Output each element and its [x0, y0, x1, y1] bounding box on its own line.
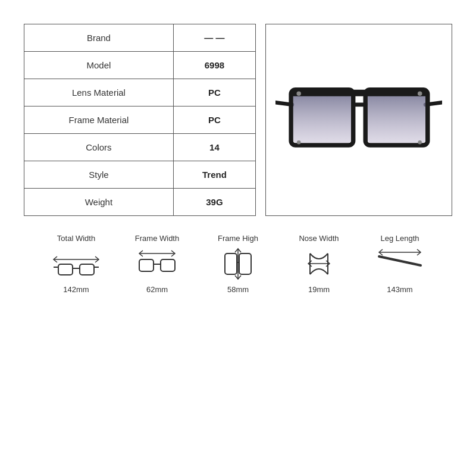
measure-total-width: Total Width 142mm	[46, 234, 106, 294]
spec-row: Frame Material PC	[24, 107, 255, 134]
measurements-section: Total Width 142mm Frame Width 62mm	[24, 228, 452, 300]
page: Brand — — Model 6998 Lens Material PC Fr…	[12, 12, 464, 464]
spec-value: — —	[173, 24, 255, 52]
spec-value: 14	[173, 134, 255, 161]
svg-rect-22	[161, 259, 175, 271]
svg-rect-21	[139, 259, 154, 271]
spec-row: Weight 39G	[24, 189, 255, 216]
measure-frame-high: Frame High 58mm	[208, 234, 268, 294]
measure-icon-frame-high	[214, 248, 262, 280]
svg-point-12	[297, 140, 301, 145]
measure-nose-width: Nose Width 19mm	[289, 234, 349, 294]
spec-label: Style	[24, 161, 173, 189]
spec-label: Frame Material	[24, 107, 173, 134]
svg-point-10	[296, 91, 300, 95]
spec-row: Style Trend	[24, 161, 255, 189]
spec-label: Weight	[24, 189, 173, 216]
spec-value: Trend	[173, 161, 255, 189]
measure-frame-width: Frame Width 62mm	[127, 234, 187, 294]
spec-value: 6998	[173, 52, 255, 79]
measure-value: 19mm	[308, 285, 330, 294]
spec-value: 39G	[173, 189, 255, 216]
svg-rect-25	[225, 253, 237, 274]
product-image	[265, 24, 452, 216]
svg-rect-7	[368, 92, 425, 143]
measure-value: 58mm	[227, 285, 249, 294]
measure-value: 62mm	[146, 285, 168, 294]
measure-icon-nose-width	[295, 248, 343, 280]
sunglasses-illustration	[275, 61, 442, 180]
svg-point-11	[418, 91, 422, 95]
svg-rect-15	[58, 264, 73, 275]
measure-label: Total Width	[57, 234, 95, 243]
measure-label: Frame Width	[135, 234, 179, 243]
spec-value: PC	[173, 79, 255, 107]
spec-label: Model	[24, 52, 173, 79]
spec-label: Colors	[24, 134, 173, 161]
spec-row: Model 6998	[24, 52, 255, 79]
spec-row: Brand — —	[24, 24, 255, 52]
spec-row: Lens Material PC	[24, 79, 255, 107]
spec-value: PC	[173, 107, 255, 134]
measure-leg-length: Leg Length 143mm	[370, 234, 430, 294]
spec-label: Lens Material	[24, 79, 173, 107]
spec-label: Brand	[24, 24, 173, 52]
measure-label: Frame High	[218, 234, 258, 243]
svg-rect-26	[239, 253, 251, 274]
measure-label: Leg Length	[380, 234, 419, 243]
top-section: Brand — — Model 6998 Lens Material PC Fr…	[24, 24, 452, 216]
svg-rect-16	[80, 264, 94, 275]
spec-row: Colors 14	[24, 134, 255, 161]
svg-point-13	[418, 140, 422, 145]
measure-icon-total-width	[52, 248, 100, 280]
measure-label: Nose Width	[299, 234, 339, 243]
specs-table: Brand — — Model 6998 Lens Material PC Fr…	[24, 24, 256, 216]
measure-value: 142mm	[63, 285, 89, 294]
measure-icon-frame-width	[133, 248, 181, 280]
measure-icon-leg-length	[376, 248, 424, 280]
svg-rect-9	[291, 89, 428, 96]
svg-rect-6	[293, 92, 351, 143]
svg-line-31	[379, 256, 421, 265]
measure-value: 143mm	[387, 285, 412, 294]
